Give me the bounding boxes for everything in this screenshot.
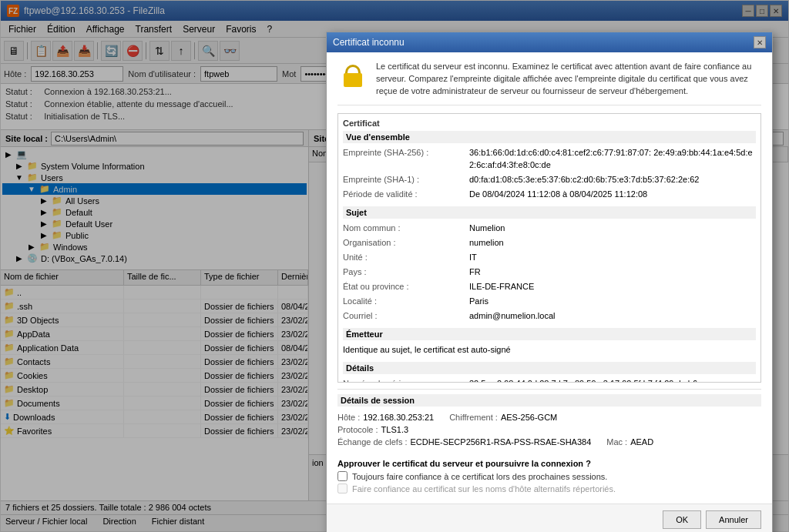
certificate-dialog: Certificat inconnu ✕ Le certificat du se…: [326, 32, 773, 532]
session-host-block: Hôte : 192.168.30.253:21: [337, 413, 434, 422]
cert-field-cn: Nom commun : Numelion: [343, 222, 756, 234]
cert-subject-section: Nom commun : Numelion Organisation : num…: [343, 222, 756, 322]
cert-field-org: Organisation : numelion: [343, 236, 756, 249]
lock-body: [344, 73, 362, 87]
cert-warning-text: Le certificat du serveur est inconnu. Ex…: [376, 60, 761, 97]
cert-field-serial: Numéro de série : 32:5c:e2:98:44:0d:28:7…: [343, 377, 756, 383]
lock-icon: [344, 65, 362, 87]
trust-altnames-label: Faire confiance au certificat sur les no…: [352, 484, 616, 494]
cert-field-country: Pays : FR: [343, 266, 756, 278]
cert-overview-section: Empreinte (SHA-256) : 36:b1:66:0d:1d:c6:…: [343, 146, 756, 200]
cert-checkbox-row-1: Toujours faire confiance à ce certificat…: [337, 471, 761, 481]
session-details: Hôte : 192.168.30.253:21 Chiffrement : A…: [337, 410, 761, 453]
cert-overview-title: Vue d'ensemble: [343, 131, 756, 143]
cert-field-city: Localité : Paris: [343, 295, 756, 307]
cert-field-sha1: Empreinte (SHA-1) : d0:fa:d1:08:c5:3e:e5…: [343, 173, 756, 186]
cert-dialog-footer: OK Annuler: [327, 504, 772, 532]
cert-details-section: Numéro de série : 32:5c:e2:98:44:0d:28:7…: [343, 377, 756, 383]
cert-title-bar: Certificat inconnu ✕: [327, 32, 772, 52]
cert-issuer-section: Identique au sujet, le certificat est au…: [343, 343, 756, 356]
cert-field-state: État ou province : ILE-DE-FRANCE: [343, 280, 756, 293]
modal-overlay: Certificat inconnu ✕ Le certificat du se…: [1, 1, 788, 531]
session-mac-block: Mac : AEAD: [606, 437, 653, 447]
cert-dialog-title: Certificat inconnu: [333, 37, 405, 48]
cert-trust-question: Approuver le certificat du serveur et po…: [337, 459, 761, 468]
session-cipher-block: Chiffrement : AES-256-GCM: [449, 413, 557, 422]
main-window: FZ ftpweb@192.168.30.253 - FileZilla ─ □…: [0, 0, 789, 532]
session-row-1: Hôte : 192.168.30.253:21 Chiffrement : A…: [337, 413, 761, 422]
cert-dialog-body: Le certificat du serveur est inconnu. Ex…: [327, 52, 772, 504]
cert-session-title: Détails de session: [337, 394, 761, 407]
cert-field-email: Courriel : admin@numelion.local: [343, 309, 756, 322]
lock-shackle: [345, 65, 361, 74]
session-row-3: Échange de clefs : ECDHE-SECP256R1-RSA-P…: [337, 437, 761, 447]
trust-always-checkbox[interactable]: [337, 471, 347, 481]
cert-ok-button[interactable]: OK: [663, 510, 701, 529]
cert-issuer-text: Identique au sujet, le certificat est au…: [343, 343, 756, 356]
cert-session-area: Détails de session Hôte : 192.168.30.253…: [337, 389, 761, 453]
trust-altnames-checkbox[interactable]: [337, 483, 347, 494]
trust-always-label: Toujours faire confiance à ce certificat…: [352, 472, 607, 481]
cert-field-sha256: Empreinte (SHA-256) : 36:b1:66:0d:1d:c6:…: [343, 146, 756, 171]
cert-details-title: Détails: [343, 362, 756, 374]
cert-checkbox-row-2: Faire confiance au certificat sur les no…: [337, 483, 761, 494]
cert-section-label: Certificat: [343, 119, 756, 128]
cert-issuer-title: Émetteur: [343, 328, 756, 340]
cert-subject-title: Sujet: [343, 206, 756, 219]
cert-field-validity: Période de validité : De 08/04/2024 11:1…: [343, 188, 756, 200]
cert-close-button[interactable]: ✕: [754, 36, 766, 49]
session-keyexchange-block: Échange de clefs : ECDHE-SECP256R1-RSA-P…: [337, 437, 591, 447]
cert-warning-area: Le certificat du serveur est inconnu. Ex…: [337, 60, 761, 105]
session-row-2: Protocole : TLS1.3: [337, 425, 761, 434]
cert-warning-icon: [337, 60, 368, 91]
cert-cancel-button[interactable]: Annuler: [706, 510, 761, 529]
cert-field-unit: Unité : IT: [343, 251, 756, 263]
session-protocol-block: Protocole : TLS1.3: [337, 425, 408, 434]
cert-details-scroll[interactable]: Certificat Vue d'ensemble Empreinte (SHA…: [337, 113, 761, 383]
